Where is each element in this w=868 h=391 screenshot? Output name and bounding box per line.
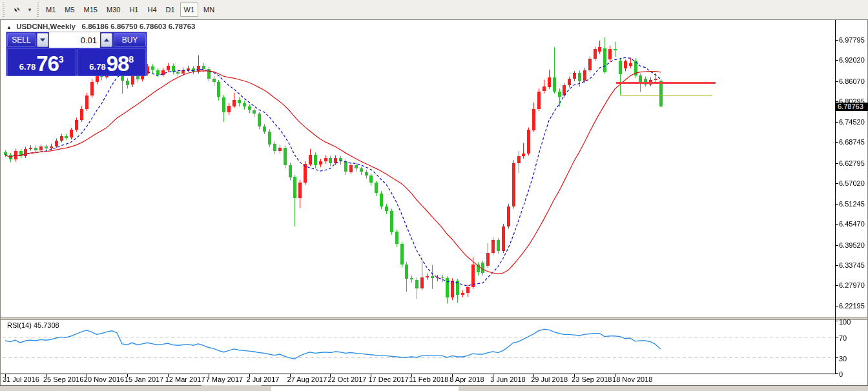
time-axis-label: 15 Jan 2017 (125, 376, 164, 383)
rsi-indicator-label: RSI(14) 45.7308 (7, 321, 59, 329)
rsi-scale-label: 100 (839, 318, 851, 326)
caret-up-icon (104, 39, 109, 42)
timeframe-buttons: M1M5M15M30H1H4D1W1MN (41, 3, 219, 17)
price-axis-label: 6.51245 (839, 200, 865, 208)
time-axis-label: 11 Feb 2018 (409, 376, 448, 383)
time-axis-label: 22 Oct 2017 (327, 376, 366, 383)
volume-decrease-button[interactable] (37, 33, 48, 47)
price-axis-label: 6.74520 (839, 118, 865, 126)
tf-button-H1[interactable]: H1 (125, 3, 142, 17)
current-price-badge: 6.78763 (836, 103, 868, 111)
price-axis-label: 6.45470 (839, 220, 865, 228)
sell-price-big: 76 (36, 54, 59, 74)
time-axis-label: 17 Dec 2017 (368, 376, 408, 383)
tf-button-W1[interactable]: W1 (180, 3, 199, 17)
toolbar-grip[interactable] (3, 3, 5, 17)
time-axis-label: 3 Jun 2018 (490, 376, 525, 383)
price-axis-label: 6.27970 (839, 281, 865, 289)
tf-button-D1[interactable]: D1 (162, 3, 179, 17)
tf-button-H4[interactable]: H4 (143, 3, 160, 17)
sell-price-button[interactable]: 6.78 76 3 (7, 48, 76, 76)
symbol-period-label: USDCNH,Weekly (16, 23, 76, 30)
price-axis-label: 6.33745 (839, 261, 865, 269)
time-axis-label: 31 Jul 2016 (3, 376, 39, 383)
ohlc-values: 6.86186 6.86750 6.78603 6.78763 (82, 23, 196, 30)
chart-type-dropdown-caret[interactable]: ▾ (25, 2, 34, 17)
buy-price-sup: 8 (129, 54, 134, 65)
time-axis-label: 29 Jul 2018 (531, 376, 568, 383)
price-axis-label: 6.97795 (839, 36, 865, 44)
price-axis-label: 6.22195 (839, 302, 865, 310)
price-axis-label: 6.86070 (839, 77, 865, 85)
chart-title: ▲ USDCNH,Weekly 6.86186 6.86750 6.78603 … (6, 23, 195, 30)
time-axis-label: 12 Mar 2017 (165, 376, 205, 383)
time-axis-label: 18 Nov 2018 (612, 376, 652, 383)
time-axis-label: 23 Sep 2018 (572, 376, 612, 383)
docked-window-edge (271, 386, 459, 391)
time-axis-label: 27 Aug 2017 (287, 376, 327, 383)
tf-button-M5[interactable]: M5 (61, 3, 78, 17)
caret-down-icon (40, 39, 45, 42)
tf-button-MN[interactable]: MN (200, 3, 218, 17)
buy-button[interactable]: BUY (114, 33, 146, 47)
rsi-scale-label: 70 (839, 334, 847, 342)
time-axis-label: 2 Jul 2017 (247, 376, 280, 383)
toolbar-grip[interactable] (37, 3, 39, 17)
one-click-trading-panel: SELL BUY 6.78 76 3 6.78 98 8 (6, 32, 147, 76)
time-axis-label: 7 May 2017 (206, 376, 243, 383)
buy-price-prefix: 6.78 (89, 61, 105, 74)
tf-button-M15[interactable]: M15 (80, 3, 101, 17)
tf-button-M1[interactable]: M1 (42, 3, 59, 17)
sell-price-prefix: 6.78 (19, 61, 36, 74)
time-axis-label: 20 Nov 2016 (84, 376, 124, 383)
sell-button[interactable]: SELL (7, 33, 36, 47)
rsi-scale-label: 30 (839, 355, 847, 363)
candlestick-chart-icon (13, 5, 21, 15)
time-axis-label: 25 Sep 2016 (43, 376, 83, 383)
buy-price-button[interactable]: 6.78 98 8 (78, 48, 147, 76)
tf-button-M30[interactable]: M30 (103, 3, 124, 17)
bottom-docked-windows-edge (0, 385, 868, 391)
price-axis-label: 6.39520 (839, 241, 865, 249)
docked-window-edge (0, 385, 202, 391)
volume-increase-button[interactable] (101, 33, 112, 47)
collapse-triangle-icon[interactable]: ▲ (6, 25, 12, 30)
price-axis-label: 6.57020 (839, 179, 865, 187)
price-axis-label: 6.92020 (839, 56, 865, 64)
rsi-scale-label: 0 (839, 370, 843, 378)
price-axis-label: 6.68745 (839, 138, 865, 146)
volume-input[interactable] (49, 32, 100, 48)
time-axis-label: 8 Apr 2018 (450, 376, 484, 383)
buy-price-big: 98 (107, 54, 129, 74)
sell-price-sup: 3 (59, 54, 64, 65)
chart-type-button[interactable] (8, 2, 25, 17)
price-axis-label: 6.62795 (839, 159, 865, 167)
timeframes-toolbar: ▾ M1M5M15M30H1H4D1W1MN (0, 0, 868, 20)
